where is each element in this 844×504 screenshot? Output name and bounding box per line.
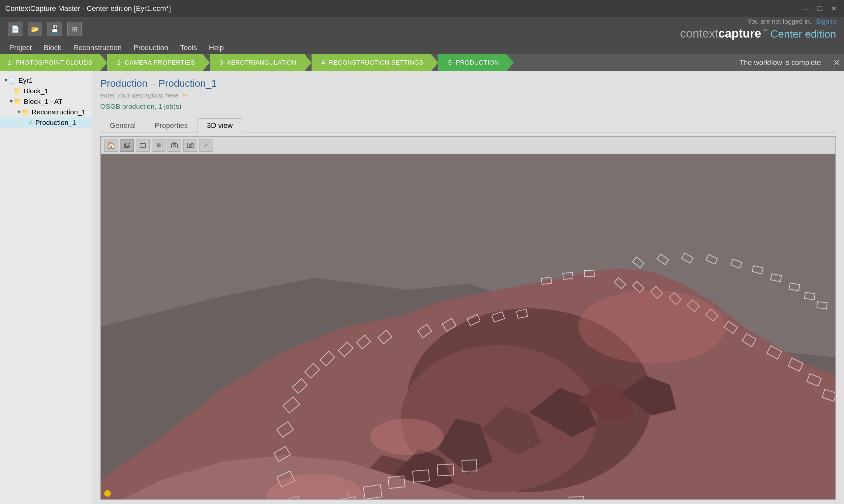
menu-block[interactable]: Block	[38, 42, 67, 53]
menu-project[interactable]: Project	[3, 42, 38, 53]
menu-reconstruction[interactable]: Reconstruction	[67, 42, 128, 53]
production-info: OSGB production, 1 job(s)	[100, 103, 836, 110]
box-button[interactable]	[152, 139, 165, 151]
new-project-button[interactable]: 📄	[8, 22, 22, 36]
expand-icon[interactable]: ▼	[3, 77, 8, 84]
svg-rect-11	[191, 143, 193, 144]
logo-bar: 📄 📂 💾 ⊞ You are not logged in. Sign in c…	[0, 17, 844, 41]
svg-point-8	[173, 144, 176, 147]
edition-label: Center edition	[771, 28, 836, 40]
svg-rect-0	[125, 144, 129, 147]
menu-help[interactable]: Help	[203, 42, 230, 53]
sidebar-item-block1at[interactable]: ▼ 📁 Block_1 - AT	[0, 96, 92, 107]
workflow-tab-4[interactable]: 4- RECONSTRUCTION SETTINGS	[311, 54, 432, 71]
sidebar-item-label: Production_1	[35, 119, 76, 127]
menu-production[interactable]: Production	[128, 42, 174, 53]
sidebar-item-label: Block_1	[24, 87, 49, 95]
title-bar: ContextCapture Master - Center edition […	[0, 0, 844, 17]
tab-properties[interactable]: Properties	[145, 118, 197, 132]
save-project-button[interactable]: 💾	[48, 22, 62, 36]
workflow-tab-3[interactable]: 3- AEROTRIANGULATION	[210, 54, 305, 71]
folder-at-icon: 📁	[14, 98, 21, 105]
help-button[interactable]: ⊞	[67, 22, 82, 36]
title-bar-title: ContextCapture Master - Center edition […	[5, 4, 171, 13]
sidebar-item-eyr1[interactable]: ▼ 📄 Eyr1	[0, 75, 92, 86]
svg-rect-6	[157, 143, 161, 147]
workflow-tab-2[interactable]: 2- CAMERA PROPERTIES	[107, 54, 203, 71]
edit-view-button[interactable]	[199, 139, 213, 151]
sidebar-item-label: Block_1 - AT	[24, 97, 62, 106]
brand-tm: ™	[761, 28, 768, 35]
expand-icon-block1at[interactable]: ▼	[8, 98, 14, 105]
svg-point-10	[189, 144, 192, 146]
description-text: enter your description here	[100, 92, 179, 99]
sidebar-item-label: Reconstruction_1	[32, 108, 85, 116]
branding-area: You are not logged in. Sign in contextca…	[680, 18, 836, 40]
production-header: Production – Production_1 enter your des…	[100, 78, 836, 115]
svg-point-90	[370, 419, 444, 455]
menu-tools[interactable]: Tools	[174, 42, 203, 53]
terrain-view	[101, 154, 836, 499]
right-panel: Production – Production_1 enter your des…	[92, 71, 844, 504]
view-toolbar: 🏠	[101, 137, 836, 154]
menu-bar: Project Block Reconstruction Production …	[0, 41, 844, 54]
tab-3dview[interactable]: 3D view	[197, 118, 242, 133]
app-title-text: ContextCapture Master - Center edition […	[5, 4, 171, 13]
production-title: Production – Production_1	[100, 78, 836, 89]
workflow-status: The workflow is complete.	[739, 58, 829, 67]
maximize-button[interactable]: ☐	[815, 4, 825, 14]
photo-view-button[interactable]	[183, 139, 197, 151]
rect-select-button[interactable]	[136, 139, 150, 151]
app-brand: contextcapture™	[680, 27, 768, 40]
svg-rect-9	[187, 143, 193, 148]
minimize-button[interactable]: —	[801, 4, 811, 14]
workflow-tab-5[interactable]: 5- PRODUCTION	[438, 54, 507, 71]
svg-rect-5	[140, 143, 145, 147]
sign-in-link[interactable]: Sign in	[816, 18, 836, 25]
sidebar-item-reconstruction1[interactable]: ▼ 📁 Reconstruction_1	[0, 107, 92, 118]
view-indicator	[104, 490, 111, 497]
svg-point-89	[578, 290, 725, 364]
project-icon: 📄	[8, 77, 16, 84]
sidebar-item-block1[interactable]: 📁 Block_1	[0, 86, 92, 96]
brand-context: context	[680, 27, 718, 40]
camera-button[interactable]	[167, 139, 181, 151]
workflow-close-button[interactable]: ✕	[829, 55, 844, 70]
brand-capture: capture	[718, 27, 761, 40]
edit-description-icon[interactable]: ✏	[182, 92, 187, 99]
login-text: You are not logged in. Sign in	[748, 18, 836, 25]
toolbar-area: 📄 📂 💾 ⊞	[8, 22, 82, 36]
sidebar-item-label: Eyr1	[18, 76, 33, 84]
terrain-svg	[101, 154, 836, 499]
check-icon: ✓	[28, 119, 33, 126]
title-bar-controls: — ☐ ✕	[801, 4, 839, 14]
workflow-tab-1[interactable]: 1- PHOTOS/POINT CLOUDS	[0, 54, 100, 71]
folder-recon-icon: 📁	[22, 108, 29, 116]
3d-view-container: 🏠	[100, 136, 836, 500]
sidebar: ▼ 📄 Eyr1 📁 Block_1 ▼ 📁 Block_1 - AT ▼ 📁 …	[0, 71, 92, 504]
home-view-button[interactable]: 🏠	[104, 139, 118, 151]
folder-icon: 📁	[14, 87, 21, 95]
tab-general[interactable]: General	[100, 118, 145, 132]
sidebar-item-production1[interactable]: ✓ Production_1	[0, 118, 92, 128]
open-project-button[interactable]: 📂	[28, 22, 42, 36]
close-button[interactable]: ✕	[829, 4, 839, 14]
main-content: ▼ 📄 Eyr1 📁 Block_1 ▼ 📁 Block_1 - AT ▼ 📁 …	[0, 71, 844, 504]
content-tabs: General Properties 3D view	[100, 118, 836, 133]
expand-icon-recon1[interactable]: ▼	[17, 109, 22, 115]
production-description: enter your description here ✏	[100, 92, 836, 99]
workflow-bar: 1- PHOTOS/POINT CLOUDS 2- CAMERA PROPERT…	[0, 54, 844, 71]
cube-view-button[interactable]	[120, 139, 134, 151]
